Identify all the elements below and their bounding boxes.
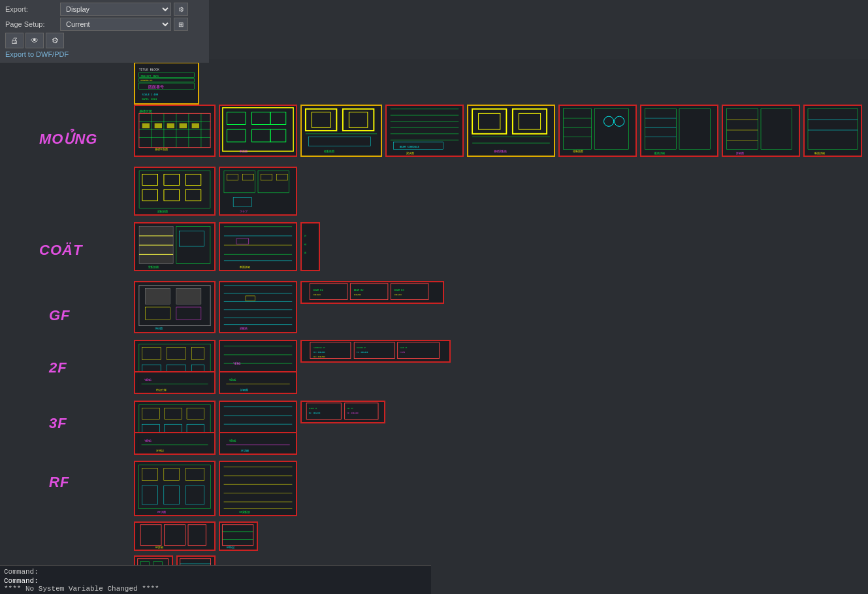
svg-rect-229: [221, 462, 295, 515]
rf-block-2: RF梁配筋: [219, 461, 297, 516]
2f-block-lower-1: YÉNG 特記仕様: [134, 371, 216, 394]
svg-rect-212: [138, 433, 211, 454]
3f-block-lower-2: YÉNG 3F詳細: [219, 432, 297, 455]
svg-text:C1: 400x400: C1: 400x400: [347, 412, 359, 414]
moung-block-7-svg: 配筋詳細: [641, 106, 717, 156]
2f-block-3-svg: SCHEDULE 2F B1: 300x600 B2: 250x500 COLU…: [302, 341, 449, 361]
svg-text:図面番号: 図面番号: [148, 85, 164, 89]
3f-lower-1-svg: YÉNG 3F特記: [135, 433, 214, 454]
svg-rect-27: [221, 106, 295, 156]
svg-text:C1: 400x400: C1: 400x400: [357, 352, 368, 354]
svg-text:B1: 300x600: B1: 300x600: [313, 352, 325, 354]
svg-text:断面詳細: 断面詳細: [240, 265, 250, 269]
export-select[interactable]: Display: [60, 3, 171, 16]
svg-text:B1: 300x600: B1: 300x600: [309, 412, 321, 414]
coat-block-3: 壁配筋図: [134, 222, 216, 271]
3f-block-3-svg: SCHED 3F B1: 300x600 COL 3F C1: 400x400: [302, 402, 384, 422]
label-3f: 3F: [49, 415, 67, 432]
moung-block-7: 配筋詳細: [640, 105, 718, 157]
svg-text:RF伏図: RF伏図: [157, 510, 166, 514]
svg-text:壁配筋図: 壁配筋図: [148, 265, 159, 269]
svg-text:COL 3F: COL 3F: [347, 408, 353, 410]
rf-block-1-svg: RF伏図: [135, 462, 214, 515]
svg-text:RF梁配筋: RF梁配筋: [239, 510, 250, 514]
svg-text:3F詳細: 3F詳細: [240, 449, 248, 452]
2f-block-3-wide: SCHEDULE 2F B1: 300x600 B2: 250x500 COLU…: [300, 340, 451, 363]
svg-text:柱配筋図: 柱配筋図: [324, 150, 334, 153]
svg-text:配筋詳細: 配筋詳細: [654, 152, 665, 155]
svg-text:300x600: 300x600: [313, 294, 321, 296]
svg-rect-23: [155, 124, 162, 129]
page-setup-btn[interactable]: ⊞: [174, 18, 188, 31]
gf-block-2-svg: 梁配筋: [220, 282, 296, 332]
svg-rect-22: [142, 124, 150, 129]
svg-text:SCHED 3F: SCHED 3F: [309, 408, 317, 410]
svg-text:詳細図: 詳細図: [736, 152, 744, 155]
svg-text:YÉNG: YÉNG: [144, 438, 152, 442]
svg-text:YÉNG: YÉNG: [229, 438, 236, 442]
svg-rect-220: [136, 462, 214, 515]
svg-text:詳: 詳: [304, 235, 306, 237]
svg-text:梁伏図: 梁伏図: [406, 152, 414, 155]
page-setup-select[interactable]: Current: [60, 18, 171, 31]
svg-text:BEAM B1: BEAM B1: [313, 289, 323, 291]
svg-text:YÉNG: YÉNG: [233, 361, 241, 365]
svg-rect-26: [192, 124, 199, 129]
svg-text:t=150: t=150: [400, 352, 405, 354]
gf-block-3-svg: BEAM B1 300x600 BEAM B2 250x500 BEAM B3 …: [302, 282, 443, 303]
svg-text:200x450: 200x450: [394, 294, 402, 296]
export-link-row: Export to DWF/PDF: [5, 50, 204, 58]
svg-text:DRAWING NO.: DRAWING NO.: [141, 79, 153, 82]
export-row: Export: Display ⚙: [5, 3, 204, 16]
gf-block-1-svg: 1F伏図: [135, 282, 214, 332]
svg-rect-131: [176, 289, 201, 305]
svg-text:YÉNG: YÉNG: [144, 378, 152, 382]
gf-block-3-wide: BEAM B1 300x600 BEAM B2 250x500 BEAM B3 …: [300, 281, 444, 304]
coat-block-2: スラブ: [219, 167, 297, 216]
svg-text:SLAB 2F: SLAB 2F: [400, 347, 408, 349]
preview-btn[interactable]: 👁: [25, 33, 44, 48]
moung-block-8: 詳細図: [722, 105, 800, 157]
rf-lower-block-1: RF詳細: [134, 521, 216, 551]
svg-text:PROJECT INFO: PROJECT INFO: [141, 75, 159, 78]
coat-block-5-svg: 詳 細 図: [302, 223, 319, 270]
moung-block-5-yellow: 基礎梁配筋: [467, 105, 555, 157]
3f-lower-2-svg: YÉNG 3F詳細: [220, 433, 296, 454]
svg-rect-85: [805, 106, 861, 156]
export-dwf-pdf-link[interactable]: Export to DWF/PDF: [5, 50, 69, 58]
svg-text:基礎梁配筋: 基礎梁配筋: [494, 150, 507, 153]
svg-rect-24: [167, 124, 174, 129]
svg-text:断面図: 断面図: [240, 150, 248, 153]
svg-rect-62: [560, 106, 635, 156]
rf-lower-1-svg: RF詳細: [135, 523, 214, 550]
svg-text:RF詳細: RF詳細: [155, 546, 163, 549]
2f-block-lower-1-svg: YÉNG 特記仕様: [135, 372, 214, 393]
print-btn[interactable]: 🖨: [5, 33, 24, 48]
toolbar: Export: Display ⚙ Page Setup: Current ⊞ …: [0, 0, 209, 63]
svg-text:特記仕様: 特記仕様: [156, 388, 167, 391]
3f-block-lower-1: YÉNG 3F特記: [134, 432, 216, 455]
svg-text:B2: 250x500: B2: 250x500: [313, 356, 325, 358]
page-setup-row: Page Setup: Current ⊞: [5, 18, 204, 31]
moung-block-3-svg: 柱配筋図: [302, 106, 381, 156]
svg-text:BEAM SCHEDULE: BEAM SCHEDULE: [400, 145, 419, 148]
moung-block-1: 基礎伏図 基礎平面図: [134, 105, 216, 157]
2f-block-lower-2: YÉNG 詳細図: [219, 371, 297, 394]
svg-text:SCALE 1:100: SCALE 1:100: [142, 93, 159, 96]
title-block: TITLE BLOCK PROJECT INFO DRAWING NO. 図面番…: [134, 62, 199, 105]
moung-block-9: 断面詳細: [803, 105, 862, 157]
coat-block-4: 断面詳細: [219, 222, 297, 271]
svg-text:3F特記: 3F特記: [156, 449, 164, 452]
settings-btn[interactable]: ⚙: [46, 33, 64, 48]
rf-lower-block-2: RF特記: [219, 521, 258, 551]
svg-rect-44: [387, 106, 462, 156]
export-settings-btn[interactable]: ⚙: [174, 3, 188, 16]
svg-text:柱断面図: 柱断面図: [573, 150, 583, 153]
rf-lower-2-svg: RF特記: [220, 523, 257, 550]
coat-block-4-svg: 断面詳細: [220, 223, 296, 270]
label-moung: MOỦNG: [39, 131, 97, 148]
coat-block-5: 詳 細 図: [300, 222, 320, 271]
moung-block-4-svg: BEAM SCHEDULE 梁伏図: [387, 106, 462, 156]
command-line-area: Command: Command: **** No System Variabl…: [0, 565, 431, 594]
svg-text:1F伏図: 1F伏図: [155, 327, 163, 330]
